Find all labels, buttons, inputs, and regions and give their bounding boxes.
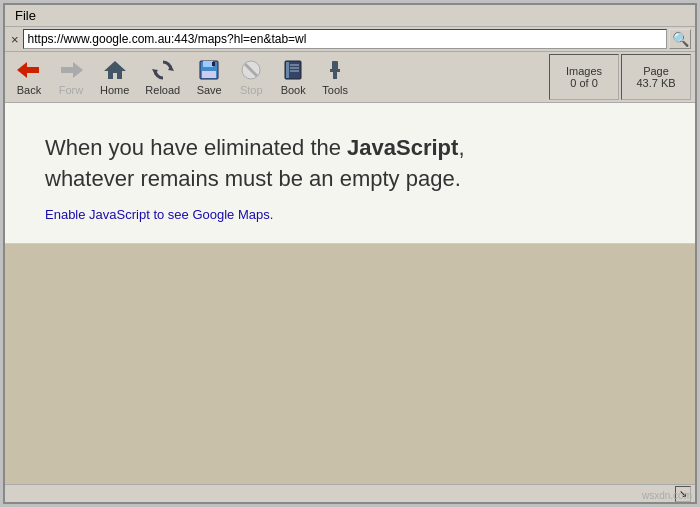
page-message: When you have eliminated the JavaScript,… [45, 133, 655, 195]
forward-icon [59, 58, 83, 82]
browser-window: File × 🔍 Back For [3, 3, 697, 504]
close-tab-icon[interactable]: × [9, 32, 21, 47]
images-count: 0 of 0 [570, 77, 598, 89]
forward-label: Forw [59, 84, 83, 96]
stop-icon [239, 58, 263, 82]
toolbar: Back Forw Home [5, 52, 695, 103]
book-icon [281, 58, 305, 82]
back-label: Back [17, 84, 41, 96]
statusbar: ↘ [5, 484, 695, 502]
message-line2: whatever remains must be an empty page. [45, 166, 461, 191]
save-label: Save [197, 84, 222, 96]
url-input[interactable] [23, 29, 667, 49]
reload-icon [151, 58, 175, 82]
menu-file[interactable]: File [9, 7, 42, 24]
svg-rect-20 [333, 72, 337, 79]
svg-rect-8 [203, 61, 213, 67]
back-icon [17, 58, 41, 82]
images-label: Images [566, 65, 602, 77]
page-status: Page 43.7 KB [621, 54, 691, 100]
svg-rect-19 [330, 69, 340, 72]
page-content: When you have eliminated the JavaScript,… [5, 103, 695, 484]
svg-rect-14 [286, 62, 289, 78]
tools-icon [323, 58, 347, 82]
watermark: wsxdn.com [642, 490, 692, 501]
page-label: Page [643, 65, 669, 77]
search-button[interactable]: 🔍 [669, 29, 691, 49]
empty-page-area [5, 244, 695, 484]
home-icon [103, 58, 127, 82]
page-size: 43.7 KB [636, 77, 675, 89]
message-bold: JavaScript [347, 135, 458, 160]
forward-button[interactable]: Forw [51, 54, 91, 100]
svg-rect-1 [25, 67, 39, 73]
tools-button[interactable]: Tools [315, 54, 355, 100]
svg-marker-4 [104, 61, 126, 79]
stop-button[interactable]: Stop [231, 54, 271, 100]
message-line1-end: , [458, 135, 464, 160]
home-button[interactable]: Home [93, 54, 136, 100]
message-area: When you have eliminated the JavaScript,… [5, 103, 695, 244]
book-label: Book [281, 84, 306, 96]
enable-javascript-link[interactable]: Enable JavaScript to see Google Maps. [45, 207, 273, 222]
svg-rect-9 [202, 71, 216, 78]
images-status: Images 0 of 0 [549, 54, 619, 100]
svg-rect-3 [61, 67, 75, 73]
book-button[interactable]: Book [273, 54, 313, 100]
home-label: Home [100, 84, 129, 96]
reload-label: Reload [145, 84, 180, 96]
back-button[interactable]: Back [9, 54, 49, 100]
save-icon [197, 58, 221, 82]
save-button[interactable]: Save [189, 54, 229, 100]
search-icon: 🔍 [672, 31, 689, 47]
menubar: File [5, 5, 695, 27]
message-line1-start: When you have eliminated the [45, 135, 347, 160]
stop-label: Stop [240, 84, 263, 96]
tools-label: Tools [322, 84, 348, 96]
addressbar: × 🔍 [5, 27, 695, 52]
reload-button[interactable]: Reload [138, 54, 187, 100]
svg-rect-10 [212, 62, 215, 66]
